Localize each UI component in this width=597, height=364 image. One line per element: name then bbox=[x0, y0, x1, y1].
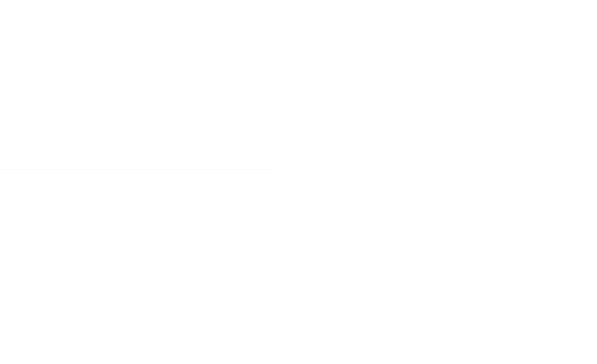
diagram-canvas bbox=[0, 0, 274, 169]
connector-lines bbox=[0, 0, 274, 169]
